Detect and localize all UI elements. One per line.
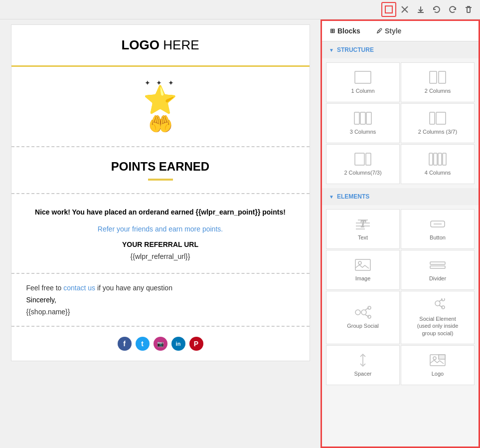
logo-bold: LOGO [121,37,160,52]
logo-section: LOGO HERE [11,25,310,67]
logo-normal: HERE [160,37,199,52]
referral-url-title: YOUR REFERRAL URL [26,240,295,248]
block-4-columns[interactable]: 4 Columns [401,144,475,184]
email-preview: LOGO HERE ✦ ✦ ✦ ⭐ 🤲 POINTS EARNED [0,19,320,448]
element-text-label: Text [358,234,368,241]
social-section: f t 📷 in P [11,327,310,361]
element-spacer-label: Spacer [354,370,372,377]
svg-rect-25 [355,259,370,270]
svg-point-38 [433,357,436,360]
block-2-columns-37[interactable]: 2 Columns (3/7) [401,103,475,143]
points-title: POINTS EARNED [21,160,300,174]
svg-point-26 [358,261,361,264]
structure-header[interactable]: ▼ STRUCTURE [322,41,479,58]
pinterest-icon[interactable]: P [189,337,203,351]
instagram-icon[interactable]: 📷 [154,337,167,351]
structure-label: STRUCTURE [337,46,374,53]
element-social[interactable]: Social Element (used only inside group s… [401,291,475,344]
svg-rect-12 [355,153,364,165]
tab-blocks[interactable]: ⊞ Blocks [322,21,368,41]
svg-rect-0 [385,6,392,13]
structure-chevron: ▼ [329,47,334,53]
elements-label: ELEMENTS [337,193,369,200]
svg-rect-27 [430,262,445,264]
right-panel: ⊞ Blocks 🖊 Style ▼ STRUCTURE [320,19,480,448]
blocks-tab-icon: ⊞ [330,27,335,34]
style-tab-label: Style [385,27,401,35]
svg-rect-13 [366,153,371,165]
tab-style[interactable]: 🖊 Style [368,21,409,41]
twitter-icon[interactable]: t [136,337,150,351]
hand-star-illustration: ✦ ✦ ✦ ⭐ 🤲 [21,79,300,134]
svg-rect-28 [430,266,445,268]
sincerely-text: Sincerely, [26,296,295,304]
svg-rect-4 [355,71,371,83]
blocks-tab-label: Blocks [337,27,360,35]
svg-rect-11 [436,112,446,124]
svg-point-29 [355,310,360,315]
element-button-label: Button [430,234,446,241]
svg-rect-6 [439,71,446,83]
contact-suffix: if you have any question [95,284,172,292]
refer-link: Refer your friends and earn more points. [26,225,295,233]
block-2-columns-label: 2 Columns [425,87,451,94]
element-group-social[interactable]: Group Social [326,291,400,344]
element-image[interactable]: Image [326,250,400,290]
contact-prefix: Feel free to [26,284,64,292]
block-2-columns-73[interactable]: 2 Columns(7/3) [326,144,400,184]
block-3-columns-label: 3 Columns [350,128,376,135]
block-1-column[interactable]: 1 Column [326,62,400,102]
svg-rect-7 [354,112,359,124]
svg-rect-15 [434,153,437,165]
points-section: POINTS EARNED [11,147,310,194]
main-message: Nice work! You have placed an orderand e… [26,207,295,218]
icon-section: ✦ ✦ ✦ ⭐ 🤲 [11,67,310,147]
email-container: LOGO HERE ✦ ✦ ✦ ⭐ 🤲 POINTS EARNED [11,24,310,361]
block-2-columns-73-label: 2 Columns(7/3) [344,169,381,176]
element-divider-label: Divider [429,275,446,282]
element-social-label: Social Element (used only inside group s… [417,315,459,337]
element-text[interactable]: T Text [326,209,400,249]
block-1-column-label: 1 Column [351,87,374,94]
contact-section: Feel free to contact us if you have any … [11,274,310,327]
svg-rect-10 [430,112,435,124]
square-toolbar-icon[interactable] [381,2,396,17]
undo-toolbar-icon[interactable] [429,2,444,17]
element-button[interactable]: Button [401,209,475,249]
element-spacer[interactable]: Spacer [326,345,400,385]
delete-toolbar-icon[interactable] [461,2,476,17]
block-2-columns-37-label: 2 Columns (3/7) [418,128,457,135]
close-toolbar-icon[interactable] [397,2,412,17]
panel-tabs: ⊞ Blocks 🖊 Style [322,21,479,41]
contact-link: contact us [63,284,95,292]
message-section: Nice work! You have placed an orderand e… [11,194,310,274]
element-group-social-label: Group Social [347,322,379,329]
global-toolbar [0,0,480,19]
linkedin-icon[interactable]: in [171,337,185,351]
social-icons-row: f t 📷 in P [21,337,300,351]
logo-text: LOGO HERE [121,37,199,52]
block-2-columns[interactable]: 2 Columns [401,62,475,102]
svg-text:T: T [360,219,366,229]
contact-text: Feel free to contact us if you have any … [26,284,295,292]
element-divider[interactable]: Divider [401,250,475,290]
download-toolbar-icon[interactable] [413,2,428,17]
block-3-columns[interactable]: 3 Columns [326,103,400,143]
elements-grid: T Text Button [322,205,479,389]
svg-rect-16 [438,153,442,165]
redo-toolbar-icon[interactable] [445,2,460,17]
svg-rect-14 [429,153,433,165]
element-image-label: Image [355,275,371,282]
elements-header[interactable]: ▼ ELEMENTS [322,188,479,205]
facebook-icon[interactable]: f [118,337,132,351]
style-tab-icon: 🖊 [376,27,382,34]
yellow-divider [148,179,173,181]
referral-url-value: {{wlpr_referral_url}} [26,252,295,260]
element-logo[interactable]: Logo [401,345,475,385]
shop-name-text: {{shop.name}} [26,308,295,316]
structure-grid: 1 Column 2 Columns [322,58,479,188]
svg-point-30 [361,310,366,315]
elements-chevron: ▼ [329,194,334,200]
svg-rect-9 [366,112,371,124]
block-4-columns-label: 4 Columns [425,169,451,176]
